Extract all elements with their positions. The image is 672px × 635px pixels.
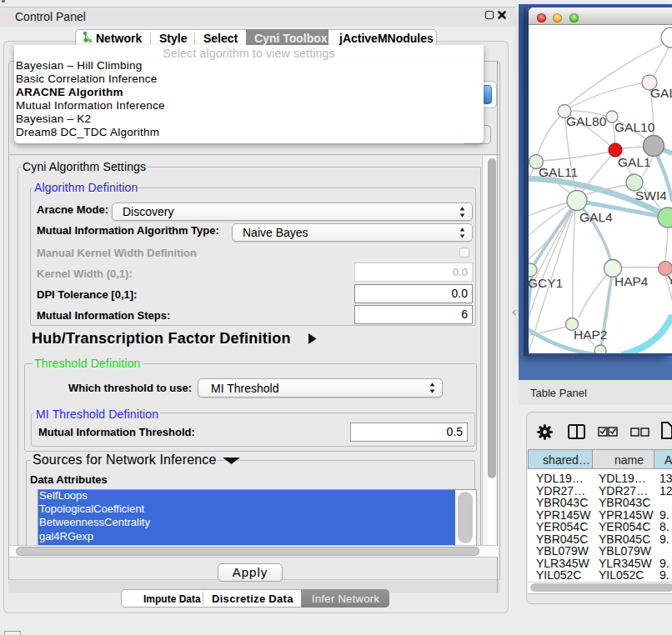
svg-text:GAL2: GAL2 bbox=[650, 86, 672, 100]
svg-text:HAP4: HAP4 bbox=[614, 274, 649, 288]
svg-text:GAL10: GAL10 bbox=[614, 120, 655, 134]
svg-text:GAL4: GAL4 bbox=[579, 210, 613, 224]
svg-text:GAL80: GAL80 bbox=[566, 114, 607, 128]
svg-text:HAP2: HAP2 bbox=[574, 328, 608, 342]
svg-text:Y: Y bbox=[667, 272, 672, 287]
svg-text:GAL1: GAL1 bbox=[618, 155, 651, 169]
svg-text:GAL11: GAL11 bbox=[539, 165, 578, 179]
svg-text:GCY1: GCY1 bbox=[529, 276, 563, 290]
svg-text:SWI4: SWI4 bbox=[635, 188, 667, 202]
